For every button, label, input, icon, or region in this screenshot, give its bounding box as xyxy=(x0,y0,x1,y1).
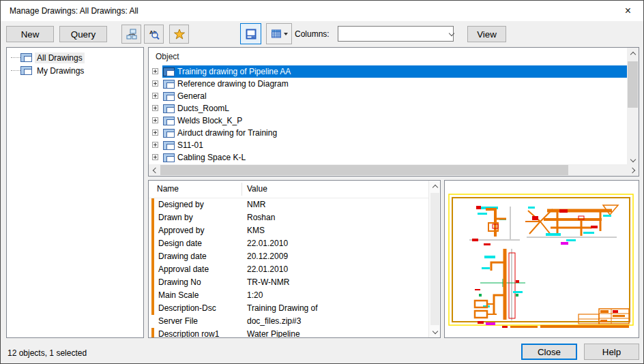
property-row[interactable]: Design date 22.01.2010 xyxy=(149,237,428,250)
find-button[interactable]: Ab xyxy=(144,25,164,44)
columns-combobox-input[interactable] xyxy=(338,27,450,41)
drawing-folder-icon xyxy=(20,53,32,62)
grid-view-icon xyxy=(271,29,282,40)
property-name: Designed by xyxy=(158,198,204,211)
property-name: Main Scale xyxy=(158,289,199,302)
expand-plus-icon[interactable] xyxy=(152,117,158,123)
new-button[interactable]: New xyxy=(6,26,54,42)
drawing-icon xyxy=(163,129,175,138)
name-column-header[interactable]: Name xyxy=(157,181,179,198)
help-button[interactable]: Help xyxy=(584,344,639,360)
status-text: 12 objects, 1 selected xyxy=(8,345,87,361)
expand-plus-icon[interactable] xyxy=(152,142,158,148)
titlebar: Manage Drawings: All Drawings: All × xyxy=(1,1,643,21)
object-row[interactable]: General xyxy=(149,90,628,102)
close-window-button[interactable]: × xyxy=(613,1,643,21)
properties-header: Name Value xyxy=(149,181,428,198)
property-name: Description row1 xyxy=(158,328,219,338)
split-view-icon xyxy=(246,29,257,40)
properties-vscrollbar[interactable] xyxy=(428,181,440,337)
vscroll-thumb[interactable] xyxy=(628,61,638,108)
orange-flag-bar xyxy=(151,250,154,263)
hscroll-thumb[interactable] xyxy=(160,165,568,175)
grid-view-toggle[interactable] xyxy=(266,23,292,44)
query-button[interactable]: Query xyxy=(59,26,107,42)
columns-label: Columns: xyxy=(295,26,330,42)
property-row[interactable]: Approved by KMS xyxy=(149,224,428,237)
property-value: Roshan xyxy=(247,211,275,224)
expand-plus-icon[interactable] xyxy=(152,93,158,99)
scroll-down-icon[interactable] xyxy=(429,326,441,337)
object-label: S11-01 xyxy=(177,140,207,150)
expand-plus-icon[interactable] xyxy=(152,154,158,160)
object-list-hscrollbar[interactable] xyxy=(149,164,639,176)
property-name: Server File xyxy=(158,315,198,328)
dropdown-arrow-icon xyxy=(284,33,288,35)
object-label: Airduct drawing for Training xyxy=(177,128,281,138)
property-name: Drawing date xyxy=(158,250,207,263)
tree-item-label: All Drawings xyxy=(35,52,85,63)
window-title: Manage Drawings: All Drawings: All xyxy=(10,1,138,21)
scroll-right-icon[interactable] xyxy=(627,164,639,176)
scroll-up-icon[interactable] xyxy=(429,181,441,192)
tree-item-my-drawings[interactable]: My Drawings xyxy=(7,64,143,77)
property-value: 1:20 xyxy=(247,289,263,302)
column-divider[interactable] xyxy=(241,183,242,196)
value-column-header[interactable]: Value xyxy=(247,181,267,198)
property-row[interactable]: Drawing date 20.12.2009 xyxy=(149,250,428,263)
property-value: TR-W-NMR xyxy=(247,276,289,289)
tree-connector xyxy=(11,70,20,71)
tree-item-all-drawings[interactable]: All Drawings xyxy=(7,51,143,64)
object-row[interactable]: Ducts_RoomL xyxy=(149,102,628,115)
property-value: KMS xyxy=(247,224,265,237)
object-row[interactable]: Welds Block_K_P xyxy=(149,115,628,127)
orange-flag-bar xyxy=(151,224,154,237)
drawing-icon xyxy=(163,80,175,89)
object-row[interactable]: Cabling Space K-L xyxy=(149,151,628,164)
property-row[interactable]: Drawing No TR-W-NMR xyxy=(149,276,428,289)
drawing-icon xyxy=(163,141,175,150)
orange-flag-bar xyxy=(151,237,154,250)
property-rows: Designed by NMR Drawn by Roshan Approved… xyxy=(149,198,428,338)
orange-flag-bar xyxy=(151,211,154,224)
expand-plus-icon[interactable] xyxy=(152,130,158,136)
drawing-folder-icon xyxy=(20,66,32,75)
object-row[interactable]: S11-01 xyxy=(149,139,628,151)
columns-combobox[interactable] xyxy=(338,26,454,42)
scroll-up-icon[interactable] xyxy=(627,48,639,59)
favorites-button[interactable] xyxy=(169,25,189,44)
expand-plus-icon[interactable] xyxy=(152,68,158,74)
property-value: Water Pipeline xyxy=(247,328,300,338)
object-row[interactable]: Reference drawing to Diagram xyxy=(149,78,628,90)
object-label: General xyxy=(177,91,211,101)
object-list-vscrollbar[interactable] xyxy=(627,48,639,166)
property-name: Description-Dsc xyxy=(158,302,216,315)
properties-panel: Name Value Designed by NMR Drawn by Rosh… xyxy=(148,180,441,338)
object-row[interactable]: Airduct drawing for Training xyxy=(149,127,628,139)
manage-drawings-dialog: Manage Drawings: All Drawings: All × New… xyxy=(0,0,644,364)
scroll-left-icon[interactable] xyxy=(149,164,160,176)
close-icon: × xyxy=(625,5,631,17)
hierarchy-button[interactable] xyxy=(121,25,141,44)
split-view-toggle[interactable] xyxy=(240,23,261,44)
close-button[interactable]: Close xyxy=(521,344,577,360)
expand-plus-icon[interactable] xyxy=(152,80,158,87)
property-row[interactable]: Main Scale 1:20 xyxy=(149,289,428,302)
object-rows: Training drawing of Pipeline AA Referenc… xyxy=(149,65,628,164)
property-row[interactable]: Drawn by Roshan xyxy=(149,211,428,224)
vscroll-thumb[interactable] xyxy=(430,193,439,325)
view-button[interactable]: View xyxy=(467,26,506,42)
property-row[interactable]: Description-Dsc Training Drawing of xyxy=(149,302,428,315)
property-row[interactable]: Server File doc_files.zip#3 xyxy=(149,315,428,328)
property-row[interactable]: Designed by NMR xyxy=(149,198,428,211)
property-name: Drawing No xyxy=(158,276,201,289)
property-value: 22.01.2010 xyxy=(247,263,288,276)
property-row[interactable]: Description row1 Water Pipeline xyxy=(149,328,428,338)
drawing-preview-image xyxy=(445,181,639,337)
object-row[interactable]: Training drawing of Pipeline AA xyxy=(149,65,628,78)
object-label: Training drawing of Pipeline AA xyxy=(177,67,295,76)
combobox-chevron-icon[interactable] xyxy=(450,27,454,41)
expand-plus-icon[interactable] xyxy=(152,105,158,111)
property-row[interactable]: Approval date 22.01.2010 xyxy=(149,263,428,276)
object-column-header[interactable]: Object xyxy=(149,48,627,65)
